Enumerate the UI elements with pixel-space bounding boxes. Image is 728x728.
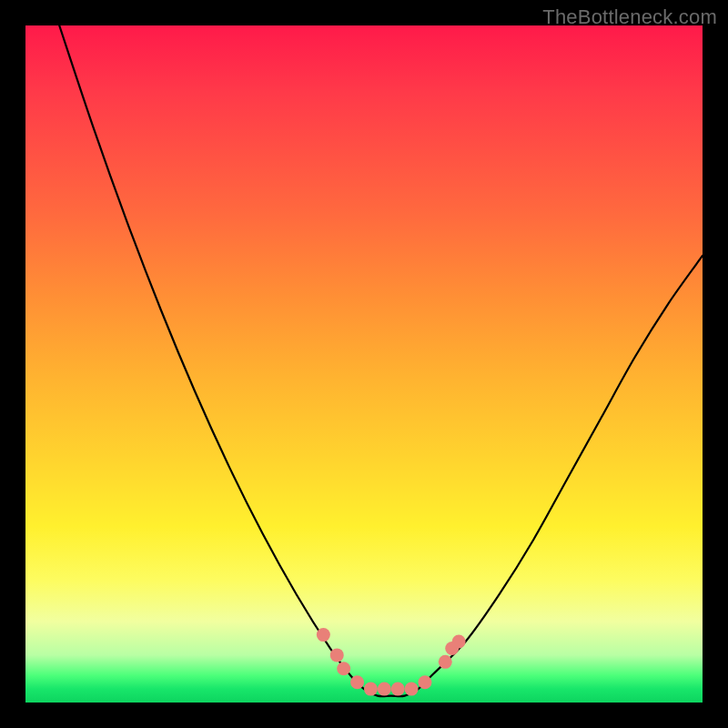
marker-dot xyxy=(391,682,405,696)
marker-dot xyxy=(317,628,330,642)
marker-dot xyxy=(378,682,391,696)
marker-dot xyxy=(405,682,419,696)
chart-frame: TheBottleneck.com xyxy=(0,0,728,728)
plot-area xyxy=(25,25,703,703)
marker-dot xyxy=(364,682,378,696)
marker-dot xyxy=(418,675,431,689)
watermark-text: TheBottleneck.com xyxy=(542,5,717,29)
marker-dot xyxy=(452,635,466,649)
bottleneck-curve xyxy=(59,25,703,696)
curve-layer xyxy=(25,25,703,703)
marker-dot xyxy=(350,675,364,689)
marker-dot xyxy=(337,662,350,675)
marker-dot xyxy=(330,648,344,662)
marker-dot xyxy=(439,655,452,669)
